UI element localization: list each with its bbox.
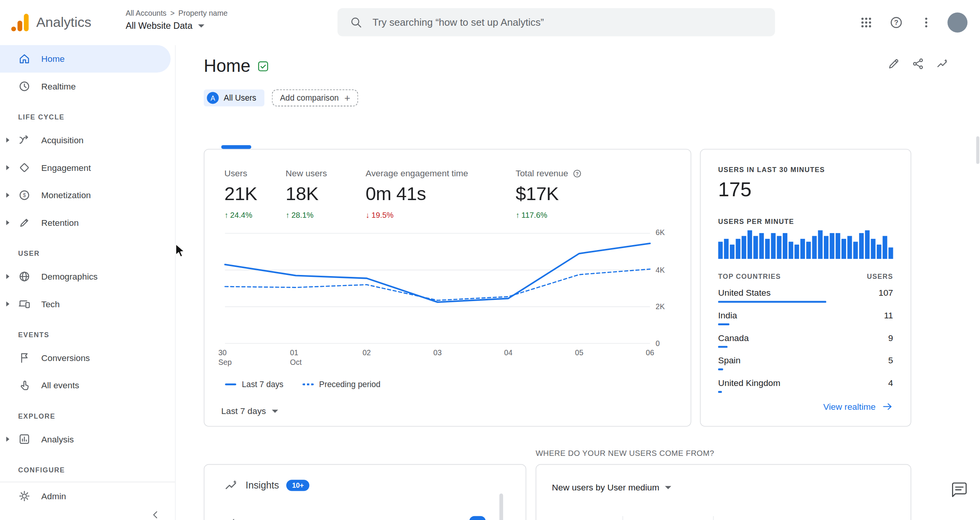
flag-icon <box>18 351 31 364</box>
search-input[interactable] <box>373 17 762 28</box>
insights-scrollbar[interactable] <box>499 494 503 520</box>
sidebar-item-realtime[interactable]: Realtime <box>0 73 175 100</box>
insights-icon <box>224 479 238 492</box>
metric-users[interactable]: Users 21K ↑ 24.4% <box>224 168 257 220</box>
solid-line-swatch <box>225 383 236 385</box>
chart-line-icon <box>226 516 236 520</box>
data-quality-check-icon[interactable] <box>257 60 269 73</box>
expand-chevron-icon[interactable] <box>6 274 9 279</box>
help-icon[interactable]: ? <box>572 169 582 178</box>
sidebar-item-all-events[interactable]: All events <box>0 372 175 399</box>
sidebar-item-engagement[interactable]: Engagement <box>0 154 175 182</box>
sidebar-item-label: Analysis <box>41 434 74 444</box>
topbar-actions: ? <box>854 0 980 45</box>
chat-feedback-button[interactable] <box>951 482 967 498</box>
country-row[interactable]: Canada 9 <box>718 333 893 348</box>
sidebar-item-home[interactable]: Home <box>0 45 171 73</box>
expand-chevron-icon[interactable] <box>6 301 9 306</box>
devices-icon <box>18 298 31 310</box>
sidebar-item-monetization[interactable]: $ Monetization <box>0 181 175 209</box>
expand-chevron-icon[interactable] <box>6 437 9 442</box>
all-users-label: All Users <box>224 93 256 103</box>
insights-count-badge: 10+ <box>287 480 310 491</box>
sidebar-item-tech[interactable]: Tech <box>0 290 175 318</box>
country-bar <box>718 301 826 303</box>
expand-chevron-icon[interactable] <box>6 165 9 170</box>
svg-text:?: ? <box>894 19 898 26</box>
metric-delta: ↑ 24.4% <box>224 211 257 220</box>
country-row[interactable]: United States 107 <box>718 288 893 303</box>
sidebar-item-retention[interactable]: Retention <box>0 209 175 237</box>
main-content: Home A All Users Add co <box>176 45 980 520</box>
retention-icon <box>18 217 31 229</box>
metric-value: $17K <box>516 183 582 204</box>
apps-grid-button[interactable] <box>854 10 879 35</box>
apps-grid-icon <box>860 16 873 29</box>
metric-total-revenue[interactable]: Total revenue ? $17K ↑ 117.6% <box>516 168 582 220</box>
svg-text:$: $ <box>23 192 26 198</box>
collapse-sidebar-button[interactable] <box>150 509 161 520</box>
help-button[interactable]: ? <box>884 10 909 35</box>
sidebar-item-admin[interactable]: Admin <box>0 482 175 510</box>
country-bar <box>718 368 723 370</box>
expand-chevron-icon[interactable] <box>6 220 9 225</box>
sidebar-section-configure: CONFIGURE <box>0 465 175 474</box>
share-icon[interactable] <box>912 58 924 70</box>
top-countries-label: TOP COUNTRIES <box>718 273 781 280</box>
sidebar-item-label: Monetization <box>41 190 91 200</box>
comparison-row: A All Users Add comparison + <box>204 89 358 106</box>
date-range-selector[interactable]: Last 7 days <box>221 406 278 416</box>
sidebar-item-label: Tech <box>41 299 60 309</box>
breadcrumb-account[interactable]: All Accounts <box>125 9 166 18</box>
chevron-down-icon <box>665 486 671 489</box>
metric-delta-value: 28.1% <box>291 211 313 220</box>
chat-icon <box>951 482 967 498</box>
globe-icon <box>18 270 31 283</box>
expand-chevron-icon[interactable] <box>6 193 9 198</box>
users-per-minute-chart <box>718 230 894 259</box>
breadcrumb: All Accounts > Property name <box>125 9 228 18</box>
breadcrumb-property[interactable]: Property name <box>178 9 228 18</box>
sidebar-item-label: Admin <box>41 491 66 501</box>
property-selector[interactable]: All Website Data <box>125 21 228 31</box>
sidebar-item-demographics[interactable]: Demographics <box>0 263 175 290</box>
trend-arrow-icon: ↓ <box>366 211 370 220</box>
page-title: Home <box>204 56 251 76</box>
sidebar-item-analysis[interactable]: Analysis <box>0 426 175 453</box>
country-row[interactable]: Spain 5 <box>718 355 893 370</box>
more-options-button[interactable] <box>914 10 939 35</box>
property-selector-label: All Website Data <box>125 21 192 31</box>
insights-card: Insights 10+ <box>204 464 526 520</box>
avatar[interactable] <box>947 13 967 33</box>
edit-icon[interactable] <box>888 58 900 70</box>
sidebar-section-user: USER <box>0 249 175 258</box>
country-row[interactable]: United Kingdom 4 <box>718 378 893 393</box>
metric-new-users[interactable]: New users 18K ↑ 28.1% <box>285 168 327 220</box>
add-comparison-button[interactable]: Add comparison + <box>272 89 358 106</box>
view-realtime-link[interactable]: View realtime <box>823 401 893 412</box>
all-users-chip[interactable]: A All Users <box>204 89 264 106</box>
insight-list-item[interactable] <box>226 516 486 520</box>
sidebar-item-label: Conversions <box>41 353 90 363</box>
overview-card: Users 21K ↑ 24.4% New users 18K ↑ 28.1% … <box>204 149 691 427</box>
logo-area[interactable]: Analytics <box>10 0 91 45</box>
sidebar-item-acquisition[interactable]: Acquisition <box>0 126 175 154</box>
country-row[interactable]: India 11 <box>718 310 893 325</box>
metric-label: Total revenue <box>516 168 568 178</box>
metric-delta-value: 24.4% <box>230 211 252 220</box>
metric-avg-engagement-time[interactable]: Average engagement time 0m 41s ↓ 19.5% <box>366 168 468 220</box>
date-range-label: Last 7 days <box>221 406 266 416</box>
expand-chevron-icon[interactable] <box>6 137 9 142</box>
metric-label: Average engagement time <box>366 168 468 178</box>
sidebar-item-conversions[interactable]: Conversions <box>0 344 175 372</box>
touch-icon <box>18 379 31 392</box>
trend-arrow-icon: ↑ <box>224 211 228 220</box>
dimension-selector[interactable]: New users by User medium <box>536 465 911 492</box>
y-axis-label: 2K <box>656 302 665 311</box>
country-name: Canada <box>718 333 749 343</box>
country-name: Spain <box>718 355 740 365</box>
search-bar[interactable] <box>338 8 775 36</box>
page-scrollbar-thumb[interactable] <box>976 136 979 164</box>
insights-icon[interactable] <box>936 58 949 70</box>
users-trend-chart[interactable]: 30Sep01Oct0203040506 <box>225 234 650 344</box>
